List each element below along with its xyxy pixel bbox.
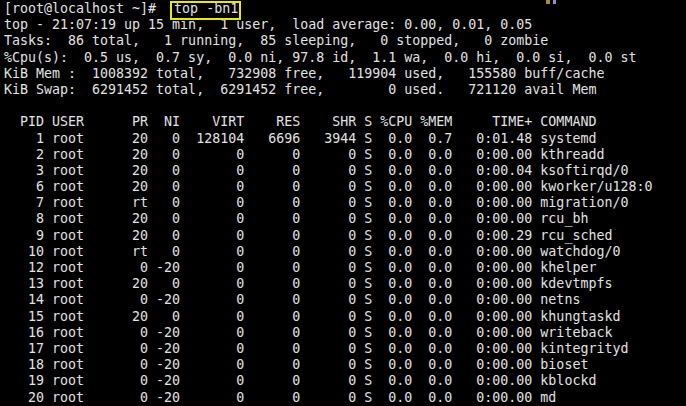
command-text: top -bn1 — [174, 1, 238, 16]
process-row: 10 root rt 0 0 0 0 S 0.0 0.0 0:00.00 wat… — [4, 244, 686, 260]
process-row: 18 root 0 -20 0 0 0 S 0.0 0.0 0:00.00 bi… — [4, 357, 686, 373]
clipped-text-fragment — [553, 0, 556, 4]
uptime-load-line: top - 21:07:19 up 15 min, 1 user, load a… — [4, 17, 686, 33]
clipped-text-fragment — [546, 0, 550, 4]
cpu-usage-line: %Cpu(s): 0.5 us, 0.7 sy, 0.0 ni, 97.8 id… — [4, 50, 686, 66]
process-row: 1 root 20 0 128104 6696 3944 S 0.0 0.7 0… — [4, 131, 686, 147]
process-row: 16 root 0 -20 0 0 0 S 0.0 0.0 0:00.00 wr… — [4, 325, 686, 341]
process-row: 14 root 0 -20 0 0 0 S 0.0 0.0 0:00.00 ne… — [4, 292, 686, 308]
process-row: 7 root rt 0 0 0 0 S 0.0 0.0 0:00.00 migr… — [4, 195, 686, 211]
tasks-line: Tasks: 86 total, 1 running, 85 sleeping,… — [4, 33, 686, 49]
process-row: 15 root 20 0 0 0 0 S 0.0 0.0 0:00.00 khu… — [4, 309, 686, 325]
process-row: 8 root 20 0 0 0 0 S 0.0 0.0 0:00.00 rcu_… — [4, 211, 686, 227]
process-row: 12 root 0 -20 0 0 0 S 0.0 0.0 0:00.00 kh… — [4, 260, 686, 276]
process-table-rows: 1 root 20 0 128104 6696 3944 S 0.0 0.7 0… — [4, 131, 686, 406]
process-row: 3 root 20 0 0 0 0 S 0.0 0.0 0:00.04 ksof… — [4, 163, 686, 179]
process-row: 9 root 20 0 0 0 0 S 0.0 0.0 0:00.29 rcu_… — [4, 228, 686, 244]
process-row: 20 root 0 -20 0 0 0 S 0.0 0.0 0:00.00 md — [4, 390, 686, 406]
swap-line: KiB Swap: 6291452 total, 6291452 free, 0… — [4, 82, 686, 98]
shell-prompt: [root@localhost ~]# — [4, 1, 164, 16]
process-row: 6 root 20 0 0 0 0 S 0.0 0.0 0:00.00 kwor… — [4, 179, 686, 195]
process-row: 17 root 0 -20 0 0 0 S 0.0 0.0 0:00.00 ki… — [4, 341, 686, 357]
process-row: 13 root 20 0 0 0 0 S 0.0 0.0 0:00.00 kde… — [4, 276, 686, 292]
process-row: 19 root 0 -20 0 0 0 S 0.0 0.0 0:00.00 kb… — [4, 373, 686, 389]
terminal-screen[interactable]: [root@localhost ~]# top -bn1 top - 21:07… — [0, 0, 686, 406]
process-table-header: PID USER PR NI VIRT RES SHR S %CPU %MEM … — [4, 114, 686, 130]
prompt-line: [root@localhost ~]# top -bn1 — [4, 1, 686, 17]
memory-line: KiB Mem : 1008392 total, 732908 free, 11… — [4, 66, 686, 82]
process-row: 2 root 20 0 0 0 0 S 0.0 0.0 0:00.00 kthr… — [4, 147, 686, 163]
blank-line — [4, 98, 686, 114]
